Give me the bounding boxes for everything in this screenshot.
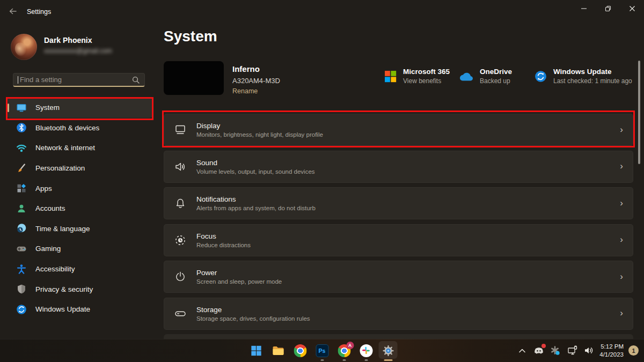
- restore-icon: [605, 5, 611, 12]
- settings-row-storage[interactable]: StorageStorage space, drives, configurat…: [164, 298, 633, 330]
- chrome-button[interactable]: [289, 339, 311, 362]
- hidden-icons-button[interactable]: [516, 345, 528, 357]
- sidebar-item-label: Bluetooth & devices: [35, 124, 99, 132]
- avatar[interactable]: [11, 34, 37, 60]
- sidebar-item-windows-update[interactable]: Windows Update: [6, 299, 152, 320]
- discord-tray-icon[interactable]: [533, 345, 545, 357]
- sidebar-item-system[interactable]: System: [6, 98, 152, 118]
- slack-icon: [360, 344, 372, 357]
- settings-row-display[interactable]: DisplayMonitors, brightness, night light…: [164, 114, 633, 146]
- settings-row-power[interactable]: PowerScreen and sleep, power mode ›: [164, 261, 633, 293]
- window-controls: [572, 0, 644, 17]
- text-caret: [18, 76, 18, 84]
- row-title: Notifications: [196, 195, 316, 203]
- settings-row-focus[interactable]: FocusReduce distractions ›: [164, 224, 633, 256]
- gamepad-icon: [16, 243, 27, 254]
- storage-icon: [174, 307, 187, 320]
- sidebar-item-accessibility[interactable]: Accessibility: [6, 259, 152, 279]
- profile-email: xxxxxxxxxx@gmail.com: [44, 47, 112, 55]
- sidebar-item-label: Time & language: [35, 225, 90, 233]
- close-icon: [629, 5, 635, 12]
- settings-row-notifications[interactable]: NotificationsAlerts from apps and system…: [164, 187, 633, 219]
- sidebar-item-label: Personalization: [35, 164, 85, 172]
- sidebar-item-label: Accounts: [35, 204, 65, 212]
- sidebar-item-personalization[interactable]: Personalization: [6, 158, 152, 179]
- sidebar-item-time-language[interactable]: Time & language: [6, 219, 152, 239]
- row-title: Display: [196, 122, 323, 130]
- restore-button[interactable]: [596, 0, 620, 17]
- sidebar-item-network-internet[interactable]: Network & internet: [6, 138, 152, 158]
- taskbar-clock[interactable]: 5:12 PM 4/1/2023: [599, 343, 624, 359]
- sidebar-item-apps[interactable]: Apps: [6, 178, 152, 198]
- onedrive-icon: [458, 71, 473, 82]
- settings-list: DisplayMonitors, brightness, night light…: [164, 114, 633, 334]
- sidebar-item-bluetooth-devices[interactable]: Bluetooth & devices: [6, 118, 152, 138]
- app-pinwheel-tray-icon[interactable]: [550, 345, 561, 357]
- system-tray: 5:12 PM 4/1/2023 1: [516, 339, 639, 362]
- clock-time: 5:12 PM: [599, 343, 624, 351]
- card-subtitle: View benefits: [403, 77, 450, 85]
- card-subtitle: Last checked: 1 minute ago: [553, 77, 632, 85]
- chevron-right-icon: ›: [620, 198, 623, 209]
- row-subtitle: Volume levels, output, input, sound devi…: [196, 168, 315, 175]
- time-language-icon: [16, 223, 27, 234]
- scrollbar[interactable]: [638, 61, 640, 164]
- focus-icon: [174, 234, 187, 247]
- rename-link[interactable]: Rename: [232, 87, 258, 95]
- volume-tray-icon[interactable]: [583, 345, 595, 357]
- bluetooth-icon: [16, 122, 27, 133]
- settings-row-sound[interactable]: SoundVolume levels, output, input, sound…: [164, 151, 633, 183]
- profile-name: Dark Phoenix: [44, 36, 92, 45]
- accounts-icon: [16, 203, 27, 214]
- network-tray-icon[interactable]: [566, 345, 578, 357]
- sidebar-item-label: Privacy & security: [35, 285, 93, 293]
- wifi-icon: [16, 143, 27, 153]
- photoshop-button[interactable]: Ps: [311, 339, 333, 362]
- onedrive-card[interactable]: OneDriveBacked up: [458, 68, 512, 85]
- row-subtitle: Screen and sleep, power mode: [196, 278, 282, 285]
- slack-button[interactable]: [355, 339, 377, 362]
- sidebar-item-label: Network & internet: [35, 144, 95, 152]
- active-running-indicator: [384, 359, 392, 361]
- settings-row-partial[interactable]: [164, 334, 633, 339]
- notification-dot: [541, 344, 546, 348]
- file-explorer-button[interactable]: [267, 339, 289, 362]
- notification-count-badge[interactable]: 1: [628, 345, 639, 356]
- chrome-badged-icon: A: [338, 344, 350, 357]
- apps-icon: [16, 183, 27, 194]
- search-input[interactable]: Find a setting: [13, 73, 145, 87]
- windows-update-icon: [535, 70, 547, 83]
- windows-start-icon: [250, 344, 262, 357]
- minimize-button[interactable]: [572, 0, 596, 17]
- system-icon: [16, 102, 27, 113]
- windows-update-card[interactable]: Windows UpdateLast checked: 1 minute ago: [535, 68, 632, 85]
- chrome-profile-button[interactable]: A: [333, 339, 355, 362]
- profile-badge: A: [346, 342, 354, 349]
- chevron-right-icon: ›: [620, 272, 623, 282]
- back-arrow-icon: [8, 6, 18, 16]
- settings-window: Settings Dark Phoenix xxxxxxxxxx@gmail.c…: [0, 0, 644, 362]
- microsoft365-card[interactable]: Microsoft 365View benefits: [384, 68, 450, 85]
- minimize-icon: [581, 5, 587, 12]
- sidebar-item-accounts[interactable]: Accounts: [6, 198, 152, 219]
- back-button[interactable]: [5, 5, 20, 18]
- row-subtitle: Reduce distractions: [196, 242, 251, 248]
- brush-icon: [16, 163, 27, 174]
- sidebar-item-label: Apps: [35, 184, 52, 193]
- card-title: Windows Update: [553, 68, 632, 76]
- device-name: Inferno: [232, 64, 260, 73]
- start-button[interactable]: [245, 339, 267, 362]
- chevron-right-icon: ›: [620, 125, 623, 135]
- display-icon: [174, 123, 187, 136]
- sidebar-item-gaming[interactable]: Gaming: [6, 239, 152, 259]
- device-image: [164, 61, 224, 95]
- sidebar-item-label: Windows Update: [35, 305, 90, 313]
- sidebar-item-privacy-security[interactable]: Privacy & security: [6, 279, 152, 299]
- running-indicator: [320, 359, 324, 361]
- close-button[interactable]: [620, 0, 644, 17]
- taskbar: Ps A 5:12 PM: [0, 339, 644, 362]
- card-title: Microsoft 365: [403, 68, 450, 76]
- taskbar-center: Ps A: [245, 339, 399, 362]
- windows-update-icon: [16, 304, 27, 315]
- settings-app-button[interactable]: [377, 339, 399, 362]
